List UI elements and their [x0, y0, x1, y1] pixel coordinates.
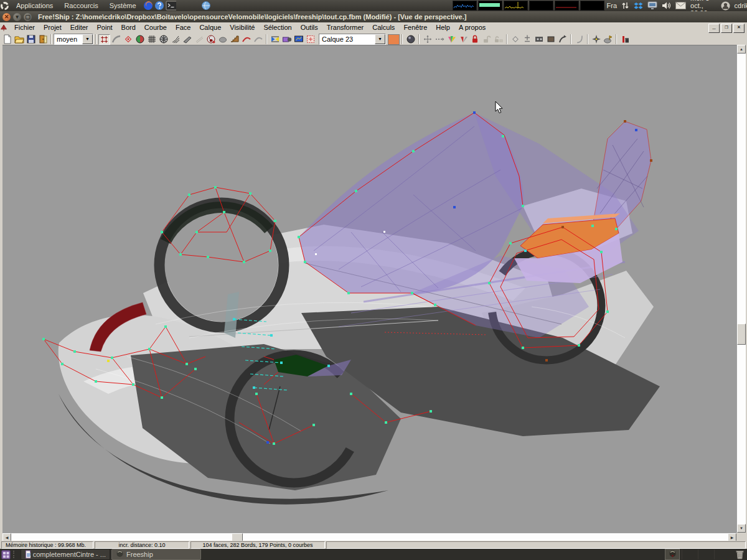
mdi-minimize-button[interactable]: _ [708, 24, 720, 33]
layer-dialog-button[interactable] [405, 34, 416, 45]
show-curvature-button[interactable] [240, 34, 252, 45]
window-titlebar[interactable]: ✕ ▾ ▢ Free!Ship : Z:\home\cdriko\Dropbox… [0, 11, 747, 22]
menu-item[interactable]: Transformer [322, 22, 369, 34]
terminal-icon[interactable] [166, 1, 176, 11]
web-browser-icon[interactable] [201, 1, 211, 11]
menu-item[interactable]: Sélection [259, 22, 296, 34]
show-grid-button[interactable] [146, 34, 157, 45]
show-hydrostatic-features-button[interactable] [205, 34, 217, 45]
cpu-graph[interactable] [453, 1, 477, 11]
scroll-up-button[interactable]: ▲ [737, 45, 746, 54]
show-stations-button[interactable] [157, 34, 169, 45]
show-control-curves-button[interactable] [122, 34, 134, 45]
show-both-sides-button[interactable] [134, 34, 146, 45]
taskbar-item-freeship[interactable]: Freeship [111, 549, 201, 560]
unlock-points-button[interactable] [481, 34, 492, 45]
lock-points-button[interactable] [469, 34, 481, 45]
system-monitor-applets[interactable] [453, 1, 606, 11]
help-icon[interactable] [154, 1, 164, 11]
user-avatar[interactable] [721, 1, 730, 11]
extrude-edge-button[interactable] [509, 34, 521, 45]
mirror-button[interactable] [457, 34, 469, 45]
menu-item[interactable]: Projet [39, 22, 66, 34]
intersect-layers-button[interactable] [445, 34, 457, 45]
open-file-button[interactable] [13, 34, 25, 45]
username[interactable]: cdriko [735, 2, 747, 9]
vertical-scrollbar[interactable]: ▲ ▼ [736, 45, 746, 533]
show-waterlines-button[interactable] [181, 34, 193, 45]
unlock-all-points-button[interactable] [492, 34, 504, 45]
remove-negative-button[interactable] [602, 34, 614, 45]
menu-item[interactable]: Editer [66, 22, 93, 34]
menu-item[interactable]: Bord [117, 22, 140, 34]
scroll-down-button[interactable]: ▼ [737, 524, 746, 533]
maximize-button[interactable]: ▢ [24, 13, 32, 21]
mode-developability-button[interactable] [304, 34, 316, 45]
layer-color-swatch[interactable] [388, 34, 400, 45]
exit-button[interactable] [37, 34, 49, 45]
menu-item[interactable]: Fenêtre [399, 22, 431, 34]
mode-shaded-button[interactable] [281, 34, 293, 45]
firefox-icon[interactable] [143, 1, 153, 11]
check-model-button[interactable] [590, 34, 602, 45]
save-file-button[interactable] [25, 34, 37, 45]
disk-graph[interactable] [555, 1, 579, 11]
show-buttocks-button[interactable] [169, 34, 181, 45]
ubuntu-logo-icon[interactable] [0, 1, 9, 11]
show-markers-button[interactable] [228, 34, 240, 45]
menu-item[interactable]: Calculs [368, 22, 399, 34]
horizontal-scrollbar[interactable]: ◀ ▶ [2, 533, 736, 541]
memory-bar[interactable] [478, 1, 502, 11]
applet-blank-1[interactable] [529, 1, 553, 11]
chevron-down-icon[interactable]: ▼ [375, 34, 385, 44]
network-graph[interactable] [504, 1, 528, 11]
minimize-button[interactable]: ▾ [13, 13, 21, 21]
mode-gauss-curvature-button[interactable] [293, 34, 304, 45]
insert-edge-button[interactable] [545, 34, 557, 45]
align-points-button[interactable] [421, 34, 433, 45]
menu-item[interactable]: Visibilité [225, 22, 259, 34]
top-panel-menu[interactable]: Applications [11, 0, 59, 11]
trash-icon[interactable] [735, 549, 745, 559]
layer-select[interactable]: Calque 23 ▼ [319, 34, 386, 45]
close-button[interactable]: ✕ [2, 13, 11, 21]
precision-select[interactable]: moyen ▼ [54, 34, 93, 45]
menu-item[interactable]: Courbe [140, 22, 171, 34]
show-flowlines-button[interactable] [217, 34, 228, 45]
menu-item[interactable]: Help [431, 22, 454, 34]
menu-item[interactable]: Outils [296, 22, 322, 34]
menu-item[interactable]: Calque [195, 22, 225, 34]
taskbar-handle[interactable] [13, 551, 19, 558]
new-face-button[interactable] [573, 34, 585, 45]
menu-item[interactable]: Face [171, 22, 195, 34]
top-panel-menu[interactable]: Raccourcis [59, 0, 103, 11]
delete-selected-button[interactable] [619, 34, 631, 45]
menu-item[interactable]: A propos [454, 22, 490, 34]
applet-blank-2[interactable] [580, 1, 604, 11]
show-interior-edges-button[interactable] [110, 34, 122, 45]
freeship-tray-icon[interactable] [665, 549, 680, 560]
volume-icon[interactable] [662, 1, 671, 11]
show-normals-button[interactable] [252, 34, 264, 45]
collapse-edge-button[interactable] [533, 34, 545, 45]
project-points-button[interactable] [433, 34, 445, 45]
sync-arrows-icon[interactable] [621, 1, 629, 11]
new-file-button[interactable] [1, 34, 13, 45]
mail-icon[interactable] [675, 1, 686, 11]
menu-item[interactable]: Fichier [10, 22, 39, 34]
show-control-net-button[interactable] [98, 34, 110, 45]
dropbox-icon[interactable] [634, 1, 643, 11]
menu-item[interactable]: Point [93, 22, 117, 34]
display-icon[interactable] [647, 1, 657, 11]
mdi-child-icon[interactable] [0, 24, 10, 32]
crease-edge-button[interactable] [557, 34, 568, 45]
mdi-close-button[interactable]: ✕ [733, 24, 745, 33]
show-diagonals-button[interactable] [193, 34, 205, 45]
perspective-view-canvas[interactable] [2, 45, 736, 533]
chevron-down-icon[interactable]: ▼ [82, 34, 93, 44]
mdi-restore-button[interactable]: ❐ [721, 24, 732, 33]
top-panel-menu[interactable]: Système [104, 0, 142, 11]
split-edge-button[interactable] [521, 34, 533, 45]
window-list-icon[interactable] [1, 550, 11, 559]
vertical-scroll-thumb[interactable] [737, 324, 746, 345]
